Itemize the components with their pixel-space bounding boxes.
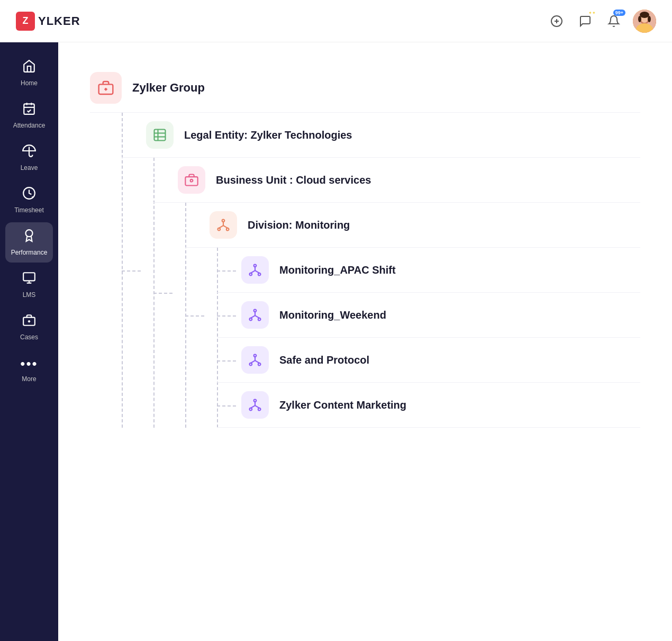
svg-point-50 bbox=[254, 355, 257, 357]
svg-line-36 bbox=[219, 225, 223, 228]
timesheet-icon bbox=[22, 186, 36, 203]
tree-node-l2: Business Unit : Cloud services bbox=[153, 158, 640, 428]
l4-3-label: Safe and Protocol bbox=[279, 354, 369, 366]
sidebar-label-lms: LMS bbox=[23, 291, 36, 299]
svg-rect-10 bbox=[24, 104, 34, 114]
header: Z YLKER ✦✦ 99+ bbox=[0, 0, 672, 42]
svg-point-34 bbox=[226, 228, 229, 231]
svg-point-46 bbox=[258, 318, 261, 321]
svg-rect-26 bbox=[155, 130, 166, 141]
sidebar-label-timesheet: Timesheet bbox=[14, 206, 44, 214]
svg-point-38 bbox=[254, 265, 257, 267]
svg-point-31 bbox=[190, 179, 193, 182]
svg-line-54 bbox=[251, 360, 255, 363]
sidebar-item-leave[interactable]: Leave bbox=[5, 138, 53, 178]
svg-line-37 bbox=[223, 225, 228, 228]
header-actions: ✦✦ 99+ bbox=[547, 10, 656, 33]
l1-icon bbox=[146, 121, 174, 149]
svg-rect-17 bbox=[23, 273, 35, 281]
svg-point-45 bbox=[250, 318, 252, 321]
attendance-icon bbox=[22, 102, 36, 119]
leave-icon bbox=[22, 144, 36, 161]
svg-line-55 bbox=[255, 360, 259, 363]
l4-2-icon bbox=[241, 301, 269, 329]
svg-point-9 bbox=[648, 16, 651, 22]
main-content: Zylker Group Legal bbox=[58, 42, 672, 641]
svg-point-8 bbox=[638, 16, 641, 22]
org-tree: Zylker Group Legal bbox=[90, 64, 640, 428]
svg-line-60 bbox=[251, 405, 255, 408]
lms-icon bbox=[22, 271, 36, 288]
sidebar-label-home: Home bbox=[21, 79, 38, 87]
svg-rect-30 bbox=[185, 177, 197, 185]
svg-point-40 bbox=[258, 273, 261, 276]
svg-line-48 bbox=[251, 315, 255, 318]
l2-icon bbox=[178, 166, 205, 194]
sidebar-item-home[interactable]: Home bbox=[5, 53, 53, 93]
performance-icon bbox=[22, 229, 36, 246]
sidebar-label-leave: Leave bbox=[21, 164, 38, 171]
user-avatar[interactable] bbox=[633, 10, 656, 33]
l2-label: Business Unit : Cloud services bbox=[216, 174, 371, 186]
svg-point-51 bbox=[250, 363, 252, 366]
tree-node-l1: Legal Entity: Zylker Technologies bbox=[122, 113, 640, 428]
svg-point-52 bbox=[258, 363, 261, 366]
svg-point-39 bbox=[250, 273, 252, 276]
sidebar-label-more: More bbox=[22, 375, 36, 383]
svg-line-49 bbox=[255, 315, 259, 318]
svg-line-42 bbox=[251, 270, 255, 273]
svg-point-58 bbox=[258, 408, 261, 411]
tree-node-l3: Division: Monitoring bbox=[185, 203, 640, 428]
svg-point-7 bbox=[640, 12, 649, 18]
more-icon: ••• bbox=[20, 356, 38, 372]
logo-text: YLKER bbox=[38, 14, 80, 28]
sidebar-item-attendance[interactable]: Attendance bbox=[5, 95, 53, 136]
l4-4-label: Zylker Content Marketing bbox=[279, 399, 406, 411]
notification-button[interactable]: 99+ bbox=[604, 12, 623, 31]
sidebar-item-timesheet[interactable]: Timesheet bbox=[5, 180, 53, 220]
root-label: Zylker Group bbox=[132, 81, 205, 95]
sidebar-label-cases: Cases bbox=[20, 333, 38, 341]
sidebar-label-attendance: Attendance bbox=[13, 122, 46, 129]
add-button[interactable] bbox=[547, 12, 566, 31]
cases-icon bbox=[22, 313, 36, 330]
l3-icon bbox=[210, 211, 237, 239]
chat-button[interactable]: ✦✦ bbox=[576, 12, 595, 31]
l4-1-icon bbox=[241, 256, 269, 284]
l3-label: Division: Monitoring bbox=[248, 219, 350, 231]
svg-point-56 bbox=[254, 400, 257, 402]
home-icon bbox=[22, 59, 36, 76]
svg-point-32 bbox=[222, 220, 225, 222]
l4-4-icon bbox=[241, 391, 269, 419]
sidebar-item-more[interactable]: ••• More bbox=[5, 349, 53, 389]
sidebar-item-performance[interactable]: Performance bbox=[5, 222, 53, 263]
root-icon bbox=[90, 72, 122, 104]
tree-node-root: Zylker Group bbox=[90, 64, 640, 113]
tree-node-l4-3: Safe and Protocol bbox=[217, 338, 640, 383]
l4-3-icon bbox=[241, 346, 269, 374]
tree-node-l4-2: Monitoring_Weekend bbox=[217, 293, 640, 338]
tree-node-l4-4: Zylker Content Marketing bbox=[217, 383, 640, 428]
svg-point-16 bbox=[26, 230, 33, 237]
notification-badge: 99+ bbox=[613, 10, 625, 16]
svg-point-33 bbox=[218, 228, 221, 231]
svg-line-43 bbox=[255, 270, 259, 273]
l4-1-label: Monitoring_APAC Shift bbox=[279, 264, 396, 276]
tree-node-l4-1: Monitoring_APAC Shift bbox=[217, 248, 640, 293]
l1-label: Legal Entity: Zylker Technologies bbox=[184, 129, 352, 141]
sidebar-item-lms[interactable]: LMS bbox=[5, 265, 53, 305]
svg-point-57 bbox=[250, 408, 252, 411]
logo-icon: Z bbox=[16, 12, 35, 31]
svg-line-61 bbox=[255, 405, 259, 408]
l4-2-label: Monitoring_Weekend bbox=[279, 309, 386, 321]
sidebar-label-performance: Performance bbox=[11, 249, 48, 256]
sidebar-item-cases[interactable]: Cases bbox=[5, 307, 53, 347]
logo: Z YLKER bbox=[16, 12, 80, 31]
svg-point-44 bbox=[254, 310, 257, 312]
sidebar: Home Attendance Leave bbox=[0, 42, 58, 641]
